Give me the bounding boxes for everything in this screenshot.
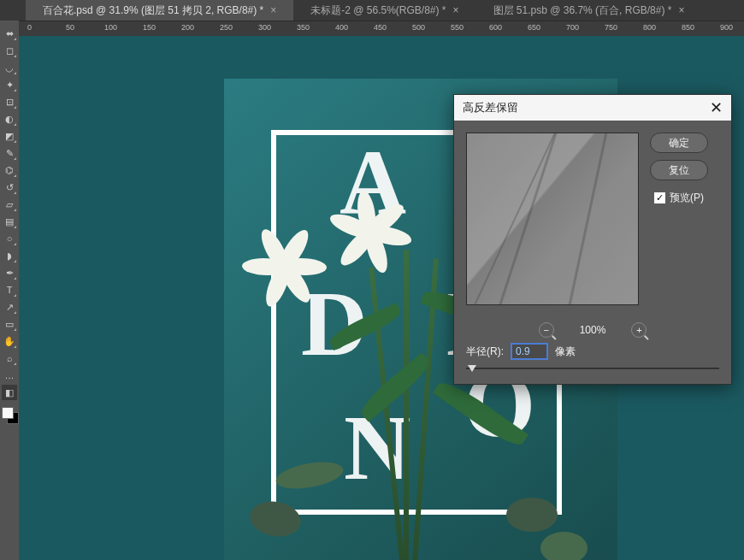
radius-slider[interactable]: [466, 365, 719, 372]
zoom-level: 100%: [580, 324, 606, 336]
hand-tool[interactable]: ✋: [2, 333, 17, 349]
radius-unit: 像素: [555, 345, 576, 359]
blur-tool[interactable]: ○: [2, 231, 17, 246]
history-brush-tool[interactable]: ↺: [2, 180, 17, 195]
eyedropper-tool[interactable]: ◐: [2, 111, 17, 127]
pen-tool[interactable]: ✒: [2, 265, 17, 280]
crop-icon: ⊡: [6, 97, 14, 108]
tab-doc-3[interactable]: 图层 51.psb @ 36.7% (百合, RGB/8#) *: [476, 0, 702, 21]
zoom-in-button[interactable]: +: [631, 322, 647, 338]
brush-tool[interactable]: ✎: [2, 145, 17, 161]
dodge-tool[interactable]: ◗: [2, 248, 17, 263]
slider-thumb[interactable]: [468, 365, 476, 372]
crop-tool[interactable]: ⊡: [2, 94, 17, 109]
wand-tool[interactable]: ✦: [2, 77, 17, 92]
radius-input[interactable]: [511, 343, 548, 360]
path-select-tool[interactable]: ↗: [2, 299, 17, 315]
eraser-icon: ▱: [6, 199, 13, 210]
move-tool[interactable]: ⬌: [2, 26, 17, 41]
artwork-stem: [404, 250, 409, 560]
stamp-tool[interactable]: ⌬: [2, 162, 17, 178]
artwork-leaf: [506, 498, 558, 532]
wand-icon: ✦: [6, 80, 14, 91]
ok-button[interactable]: 确定: [650, 133, 708, 153]
shape-icon: ▭: [5, 319, 14, 330]
dialog-title-bar[interactable]: 高反差保留 ✕: [454, 95, 731, 121]
heal-tool[interactable]: ◩: [2, 128, 17, 144]
preview-checkbox[interactable]: ✓: [654, 192, 665, 203]
move-icon: ⬌: [6, 28, 14, 39]
history-icon: ↺: [6, 182, 14, 193]
color-swatches[interactable]: [0, 407, 19, 431]
heal-icon: ◩: [5, 131, 14, 142]
zoom-icon: ⌕: [7, 353, 13, 363]
foreground-color-swatch[interactable]: [2, 407, 14, 419]
path-icon: ↗: [6, 302, 14, 313]
edit-toolbar[interactable]: …: [2, 368, 17, 383]
dodge-icon: ◗: [7, 251, 12, 262]
marquee-tool[interactable]: ◻: [2, 43, 17, 58]
radius-label: 半径(R):: [466, 345, 504, 359]
lasso-icon: ◡: [5, 62, 14, 74]
quick-mask-tool[interactable]: ◧: [2, 385, 17, 400]
gradient-icon: ▤: [5, 216, 14, 227]
marquee-icon: ◻: [6, 45, 14, 56]
reset-button[interactable]: 复位: [650, 160, 708, 180]
eraser-tool[interactable]: ▱: [2, 197, 17, 212]
close-icon[interactable]: ✕: [710, 98, 723, 117]
type-icon: T: [7, 285, 13, 295]
document-tab-bar: 百合花.psd @ 31.9% (图层 51 拷贝 2, RGB/8#) * 未…: [0, 0, 744, 21]
gradient-tool[interactable]: ▤: [2, 214, 17, 229]
pen-icon: ✒: [6, 268, 14, 279]
lasso-tool[interactable]: ◡: [2, 60, 17, 75]
type-tool[interactable]: T: [2, 282, 17, 298]
tool-palette: ⬌ ◻ ◡ ✦ ⊡ ◐ ◩ ✎ ⌬ ↺ ▱ ▤ ○ ◗ ✒ T ↗ ▭ ✋ ⌕ …: [0, 21, 19, 560]
quickmask-icon: ◧: [5, 387, 14, 398]
zoom-tool[interactable]: ⌕: [2, 351, 17, 366]
tab-doc-1[interactable]: 百合花.psd @ 31.9% (图层 51 拷贝 2, RGB/8#) *: [26, 0, 293, 21]
tab-doc-2[interactable]: 未标题-2 @ 56.5%(RGB/8#) *: [293, 0, 475, 21]
blur-icon: ○: [7, 233, 13, 244]
shape-tool[interactable]: ▭: [2, 316, 17, 332]
brush-icon: ✎: [6, 148, 14, 159]
eyedropper-icon: ◐: [5, 114, 14, 125]
artwork-leaf: [540, 532, 588, 560]
stamp-icon: ⌬: [5, 165, 14, 176]
dialog-title: 高反差保留: [463, 100, 518, 115]
preview-checkbox-label: 预览(P): [670, 191, 704, 205]
filter-preview[interactable]: [466, 133, 639, 305]
zoom-out-button[interactable]: −: [539, 322, 554, 338]
high-pass-dialog: 高反差保留 ✕ 确定 复位 ✓ 预览(P) − 100% + 半径(R): 像素: [453, 94, 732, 385]
more-icon: …: [5, 370, 15, 380]
horizontal-ruler: 0 50 100 150 200 250 300 350 400 450 500…: [19, 21, 744, 36]
artwork-flower: [335, 181, 438, 284]
